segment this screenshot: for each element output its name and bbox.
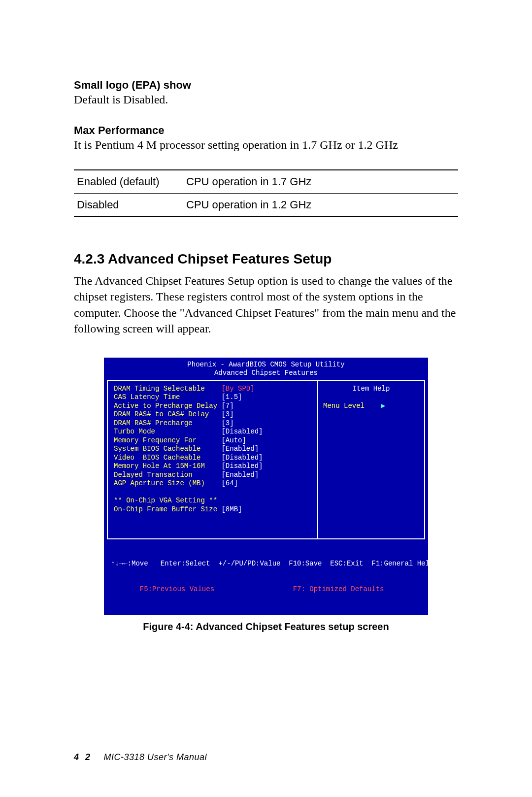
- bios-menu-level-label: Menu Level: [323, 402, 365, 410]
- option-heading-small-logo: Small logo (EPA) show: [74, 79, 458, 92]
- bios-setting-label: Active to Precharge Delay: [114, 402, 221, 410]
- page-footer: 4 2 MIC-3318 User's Manual: [74, 752, 207, 763]
- bios-setting-row: Memory Frequency For [Auto]: [114, 436, 311, 445]
- bios-setting-row: DRAM RAS# Precharge [3]: [114, 419, 311, 428]
- bios-setting-label: CAS Latency Time: [114, 393, 221, 401]
- bios-setting-row: Video BIOS Cacheable [Disabled]: [114, 454, 311, 463]
- manual-name: MIC-3318 User's Manual: [104, 752, 207, 762]
- bios-setting-label: Delayed Transaction: [114, 471, 221, 479]
- bios-settings-pane: DRAM Timing Selectable [By SPD]CAS Laten…: [108, 381, 318, 538]
- bios-setting-value: [Enabled]: [221, 471, 259, 479]
- bios-setting-label: Memory Hole At 15M-16M: [114, 462, 221, 470]
- bios-setting-value: [Auto]: [221, 436, 246, 444]
- bios-setting-label: Turbo Mode: [114, 428, 221, 435]
- bios-footer-line2: F5:Previous Values F7: Optimized Default…: [111, 585, 421, 594]
- bios-screenshot: Phoenix - AwardBIOS CMOS Setup Utility A…: [104, 358, 428, 615]
- bios-title-line1: Phoenix - AwardBIOS CMOS Setup Utility: [104, 361, 428, 369]
- bios-footer-line1: ↑↓→←:Move Enter:Select +/-/PU/PD:Value F…: [111, 560, 421, 568]
- bios-setting-value: [64]: [221, 479, 238, 487]
- bios-setting-label: DRAM Timing Selectable: [114, 385, 221, 393]
- bios-setting-row: Memory Hole At 15M-16M [Disabled]: [114, 462, 311, 471]
- bios-setting-label: AGP Aperture Size (MB): [114, 479, 221, 487]
- table-cell: Enabled (default): [74, 170, 183, 194]
- bios-setting-row: Delayed Transaction [Enabled]: [114, 471, 311, 480]
- table-cell: Disabled: [74, 194, 183, 217]
- bios-setting-label: Memory Frequency For: [114, 436, 221, 444]
- bios-setting-value: [Disabled]: [221, 454, 263, 462]
- bios-setting-value: [7]: [221, 402, 233, 410]
- option-body-max-perf: It is Pentium 4 M processor setting oper…: [74, 138, 458, 152]
- section-heading: 4.2.3 Advanced Chipset Features Setup: [74, 251, 458, 267]
- bios-setting-label: Video BIOS Cacheable: [114, 454, 221, 462]
- max-performance-table: Enabled (default)CPU operation in 1.7 GH…: [74, 169, 458, 217]
- bios-setting-row: Turbo Mode [Disabled]: [114, 428, 311, 436]
- bios-setting-value: [Disabled]: [221, 428, 263, 435]
- bios-setting-label: DRAM RAS# Precharge: [114, 419, 221, 427]
- bios-setting-row: System BIOS Cacheable [Enabled]: [114, 445, 311, 454]
- bios-subheading: ** On-Chip VGA Setting **: [114, 497, 311, 505]
- bios-title-line2: Advanced Chipset Features: [104, 369, 428, 378]
- bios-setting-value: [8MB]: [221, 505, 242, 513]
- bios-setting-label: DRAM RAS# to CAS# Delay: [114, 410, 221, 418]
- table-cell: CPU operation in 1.7 GHz: [183, 170, 458, 194]
- page-number: 4 2: [74, 752, 92, 762]
- bios-help-pane: Item Help Menu Level ▶: [318, 381, 424, 538]
- bios-setting-row: DRAM Timing Selectable [By SPD]: [114, 385, 311, 394]
- bios-setting-label: System BIOS Cacheable: [114, 445, 221, 453]
- figure-caption: Figure 4-4: Advanced Chipset Features se…: [74, 621, 458, 632]
- bios-setting-value: [3]: [221, 410, 233, 418]
- section-body: The Advanced Chipset Features Setup opti…: [74, 273, 458, 337]
- bios-setting-value: [1.5]: [221, 393, 242, 401]
- bios-setting-value: [By SPD]: [221, 385, 254, 393]
- table-cell: CPU operation in 1.2 GHz: [183, 194, 458, 217]
- option-body-small-logo: Default is Disabled.: [74, 93, 458, 106]
- bios-setting-row: CAS Latency Time [1.5]: [114, 393, 311, 402]
- chevron-right-icon: ▶: [381, 402, 385, 410]
- bios-setting-row: DRAM RAS# to CAS# Delay [3]: [114, 410, 311, 419]
- bios-setting-value: [Enabled]: [221, 445, 259, 453]
- bios-setting-row: Active to Precharge Delay [7]: [114, 402, 311, 411]
- option-heading-max-perf: Max Performance: [74, 124, 458, 137]
- bios-setting-value: [3]: [221, 419, 233, 427]
- bios-setting-label: On-Chip Frame Buffer Size: [114, 505, 221, 513]
- bios-setting-row: AGP Aperture Size (MB) [64]: [114, 479, 311, 488]
- bios-help-title: Item Help: [323, 385, 419, 394]
- bios-setting-row: On-Chip Frame Buffer Size [8MB]: [114, 505, 311, 514]
- bios-setting-value: [Disabled]: [221, 462, 263, 470]
